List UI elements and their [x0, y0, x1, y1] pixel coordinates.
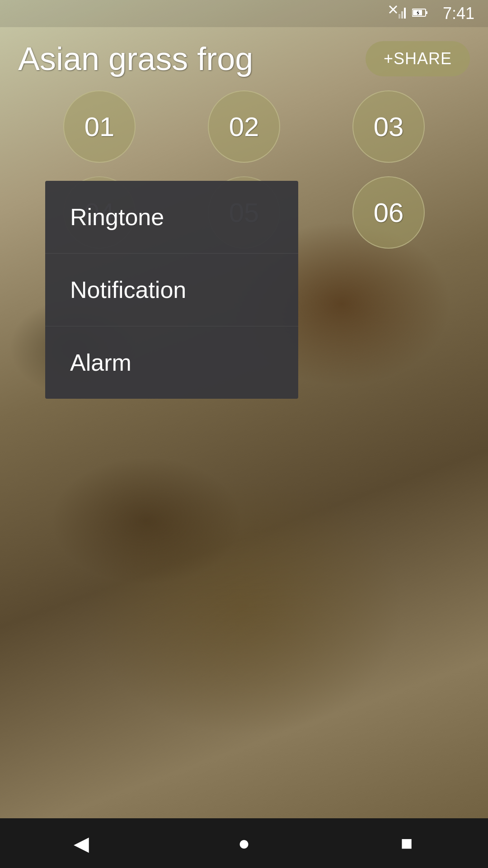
page-title: Asian grass frog — [18, 40, 253, 77]
time-display: 7:41 — [434, 4, 474, 23]
sound-circle-02[interactable]: 02 — [208, 90, 280, 163]
share-button[interactable]: +SHARE — [366, 41, 470, 76]
home-button[interactable]: ● — [226, 825, 262, 861]
nav-bar: ◀ ● ■ — [0, 818, 488, 868]
sim-icon — [389, 5, 407, 22]
battery-icon — [412, 7, 428, 20]
header: Asian grass frog +SHARE — [0, 27, 488, 90]
menu-item-ringtone[interactable]: Ringtone — [45, 181, 298, 254]
status-icons: 7:41 — [389, 4, 474, 23]
back-button[interactable]: ◀ — [63, 825, 99, 861]
clock-time: 7:41 — [443, 4, 474, 23]
recents-button[interactable]: ■ — [389, 825, 425, 861]
menu-item-alarm[interactable]: Alarm — [45, 326, 298, 399]
svg-rect-7 — [426, 11, 427, 14]
menu-item-notification[interactable]: Notification — [45, 254, 298, 326]
svg-rect-2 — [399, 14, 400, 19]
sound-circle-01[interactable]: 01 — [63, 90, 136, 163]
sound-circles-row1: 01 02 03 — [0, 90, 488, 163]
sound-circle-03[interactable]: 03 — [352, 90, 425, 163]
context-menu: Ringtone Notification Alarm — [45, 181, 298, 399]
svg-rect-4 — [404, 8, 406, 19]
svg-rect-3 — [401, 11, 403, 19]
status-bar: 7:41 — [0, 0, 488, 27]
sound-circle-06[interactable]: 06 — [352, 176, 425, 249]
